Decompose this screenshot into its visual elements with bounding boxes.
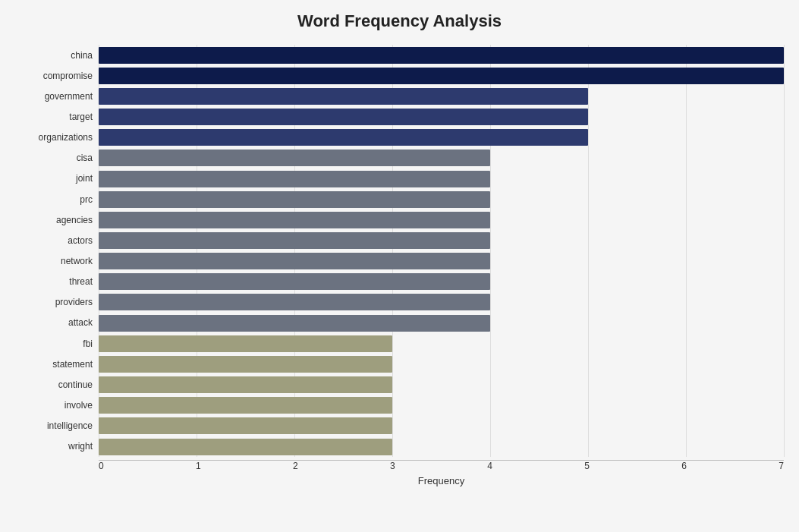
x-tick: 1 bbox=[196, 461, 201, 471]
bar bbox=[99, 439, 392, 455]
bar bbox=[99, 88, 588, 105]
y-label: agencies bbox=[56, 216, 93, 225]
x-tick: 6 bbox=[681, 461, 687, 471]
bar-row bbox=[99, 189, 784, 209]
bar bbox=[99, 376, 392, 393]
x-axis-label: Frequency bbox=[99, 475, 784, 486]
bar-row bbox=[99, 354, 784, 374]
bar bbox=[99, 212, 490, 228]
y-label: prc bbox=[80, 195, 93, 204]
bar-row bbox=[99, 313, 784, 333]
y-label: involve bbox=[64, 401, 93, 410]
bar bbox=[99, 232, 490, 249]
bar-row bbox=[99, 272, 784, 292]
bars-wrapper bbox=[99, 45, 784, 457]
bar-row bbox=[99, 251, 784, 272]
y-label: joint bbox=[76, 174, 93, 183]
x-tick: 7 bbox=[779, 461, 784, 471]
y-label: wright bbox=[68, 442, 93, 451]
y-label: government bbox=[45, 92, 93, 101]
bar-row bbox=[99, 395, 784, 416]
bar bbox=[99, 253, 490, 269]
bar bbox=[99, 335, 392, 352]
grid-line bbox=[784, 45, 785, 457]
y-label: statement bbox=[52, 360, 93, 369]
bar-row bbox=[99, 65, 784, 86]
y-label: continue bbox=[58, 380, 93, 389]
chart-area: chinacompromisegovernmenttargetorganizat… bbox=[15, 45, 784, 457]
x-ticks: 01234567 bbox=[99, 461, 784, 471]
y-label: actors bbox=[68, 236, 93, 245]
y-labels: chinacompromisegovernmenttargetorganizat… bbox=[15, 45, 99, 457]
y-label: compromise bbox=[43, 71, 93, 80]
y-label: intelligence bbox=[47, 421, 93, 430]
bar-row bbox=[99, 209, 784, 230]
bars-and-grid bbox=[99, 45, 784, 457]
x-tick: 5 bbox=[584, 461, 590, 471]
bar bbox=[99, 294, 490, 310]
y-label: threat bbox=[69, 277, 93, 286]
bar-row bbox=[99, 333, 784, 354]
bar bbox=[99, 171, 490, 187]
bar bbox=[99, 273, 490, 290]
bar-row bbox=[99, 375, 784, 395]
bar-row bbox=[99, 106, 784, 127]
bar bbox=[99, 68, 784, 84]
y-label: china bbox=[71, 51, 93, 60]
bar bbox=[99, 129, 588, 146]
bar-row bbox=[99, 292, 784, 313]
x-tick: 2 bbox=[293, 461, 298, 471]
bar bbox=[99, 109, 588, 125]
x-tick: 4 bbox=[487, 461, 492, 471]
bar-row bbox=[99, 230, 784, 250]
bar-row bbox=[99, 127, 784, 148]
bar bbox=[99, 356, 392, 373]
y-label: network bbox=[61, 257, 93, 266]
bar bbox=[99, 315, 490, 332]
y-label: providers bbox=[55, 297, 93, 307]
y-label: fbi bbox=[83, 339, 93, 348]
chart-container: Word Frequency Analysis chinacompromiseg… bbox=[0, 0, 799, 532]
y-label: organizations bbox=[39, 133, 93, 142]
x-tick: 0 bbox=[99, 461, 104, 471]
bar bbox=[99, 47, 784, 64]
bar-row bbox=[99, 45, 784, 65]
x-tick: 3 bbox=[390, 461, 395, 471]
y-label: cisa bbox=[77, 153, 93, 162]
bar bbox=[99, 150, 490, 166]
bar bbox=[99, 397, 392, 414]
bar-row bbox=[99, 168, 784, 189]
bar-row bbox=[99, 86, 784, 106]
bar bbox=[99, 191, 490, 208]
bar-row bbox=[99, 436, 784, 457]
bar-row bbox=[99, 416, 784, 436]
chart-title: Word Frequency Analysis bbox=[297, 11, 502, 31]
y-label: target bbox=[69, 112, 93, 121]
x-axis: 01234567 Frequency bbox=[99, 460, 784, 486]
bar bbox=[99, 417, 392, 434]
bar-row bbox=[99, 148, 784, 168]
y-label: attack bbox=[68, 318, 93, 327]
bottom-section: 01234567 Frequency bbox=[15, 457, 784, 486]
